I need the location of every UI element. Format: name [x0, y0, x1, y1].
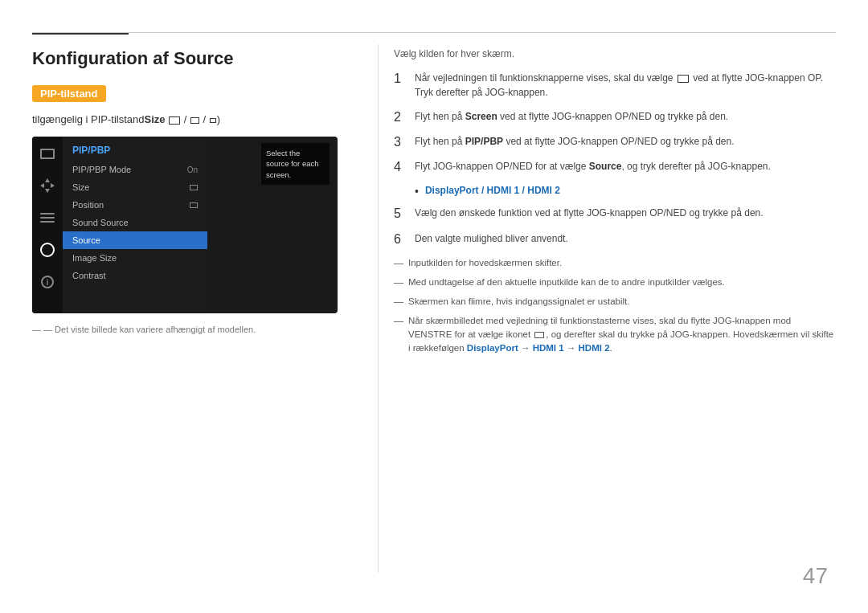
top-divider-line — [32, 32, 836, 33]
caption-dash: ― — [32, 325, 43, 334]
menu-item-contrast: Contrast — [63, 267, 207, 284]
arrows-icon — [40, 178, 55, 193]
step-3-number: 3 — [394, 134, 408, 149]
monitor-illustration: i PIP/PBP PIP/PBP Mode On Size Position — [32, 137, 338, 313]
menu-item-size-value — [190, 183, 198, 192]
menu-item-pipmode-label: PIP/PBP Mode — [72, 165, 131, 174]
sidebar-icon-gear — [39, 241, 56, 259]
arrow-down-icon — [45, 189, 50, 193]
bullet-point: • DisplayPort / HDMI 1 / HDMI 2 — [415, 185, 836, 198]
menu-item-source: Source — [63, 231, 207, 249]
menu-item-soundsource: Sound Source — [63, 214, 207, 231]
step-5: 5 Vælg den ønskede funktion ved at flytt… — [394, 206, 836, 221]
arrow-left-icon — [40, 183, 44, 188]
size-icon-small — [210, 118, 216, 123]
left-column: Konfiguration af Source PIP-tilstand til… — [32, 48, 370, 334]
step-4: 4 Flyt JOG-knappen OP/NED for at vælge S… — [394, 159, 836, 174]
main-menu-panel: PIP/PBP PIP/PBP Mode On Size Position — [63, 137, 207, 313]
small-icon — [534, 332, 544, 338]
right-column: Vælg kilden for hver skærm. 1 Når vejled… — [394, 48, 836, 360]
lines-icon — [40, 213, 55, 223]
step-2: 2 Flyt hen på Screen ved at flytte JOG-k… — [394, 109, 836, 125]
menu-item-position: Position — [63, 196, 207, 214]
page-number: 47 — [803, 563, 828, 589]
menu-item-imagesize: Image Size — [63, 249, 207, 267]
arrow-right-icon — [51, 183, 55, 188]
note-3-dash: ― — [394, 295, 403, 309]
menu-item-contrast-label: Contrast — [72, 271, 106, 280]
sidebar-icon-arrows — [39, 177, 56, 194]
info-panel: Select the source for each screen. — [261, 143, 330, 185]
step-3-text: Flyt hen på PIP/PBP ved at flytte JOG-kn… — [415, 134, 836, 149]
note-4-text: Når skærmbilledet med vejledning til fun… — [408, 314, 836, 356]
monitor-icon — [40, 149, 55, 159]
step-6-number: 6 — [394, 231, 408, 247]
menu-item-position-label: Position — [72, 200, 104, 210]
notes-section: ― Inputkilden for hovedskærmen skifter. … — [394, 256, 836, 356]
menu-sidebar-icons: i — [32, 137, 63, 313]
note-1-dash: ― — [394, 256, 403, 271]
position-value-icon — [190, 202, 198, 208]
menu-item-size-label: Size — [72, 182, 89, 192]
note-1: ― Inputkilden for hovedskærmen skifter. — [394, 256, 836, 271]
subtitle-size: Size — [144, 113, 165, 125]
note-1-text: Inputkilden for hovedskærmen skifter. — [408, 256, 836, 270]
step-1-number: 1 — [394, 71, 408, 86]
menu-item-pipmode: PIP/PBP Mode On — [63, 161, 207, 178]
note-3-text: Skærmen kan flimre, hvis indgangssignale… — [408, 295, 836, 309]
size-value-icon — [190, 185, 198, 190]
menu-item-soundsource-label: Sound Source — [72, 218, 129, 227]
menu-item-size: Size — [63, 178, 207, 196]
step-2-number: 2 — [394, 109, 408, 125]
step-5-text: Vælg den ønskede funktion ved at flytte … — [415, 206, 836, 220]
line2 — [40, 217, 55, 219]
note-3: ― Skærmen kan flimre, hvis indgangssigna… — [394, 295, 836, 309]
info-icon: i — [41, 276, 54, 288]
grid-icon — [678, 75, 689, 83]
size-icon-large — [169, 116, 180, 125]
gear-icon — [40, 243, 55, 257]
step-6-text: Den valgte mulighed bliver anvendt. — [415, 231, 836, 246]
step-3: 3 Flyt hen på PIP/PBP ved at flytte JOG-… — [394, 134, 836, 149]
menu-item-pipmode-value: On — [187, 166, 198, 174]
bullet-text: DisplayPort / HDMI 1 / HDMI 2 — [425, 185, 560, 196]
arrow-up-icon — [45, 178, 50, 182]
step-1: 1 Når vejledningen til funktionsknappern… — [394, 71, 836, 100]
subtitle: tilgængelig i PIP-tilstandSize / / ) — [32, 113, 370, 125]
sidebar-icon-monitor — [39, 145, 56, 162]
note-2-dash: ― — [394, 276, 403, 290]
menu-header-label: PIP/PBP — [63, 141, 207, 161]
note-4-dash: ― — [394, 314, 403, 329]
size-icon-medium — [190, 117, 199, 124]
sidebar-icon-info: i — [39, 273, 56, 291]
sidebar-icon-lines — [39, 209, 56, 227]
step-4-number: 4 — [394, 159, 408, 174]
step-5-number: 5 — [394, 206, 408, 221]
menu-item-position-value — [190, 201, 198, 210]
line1 — [40, 213, 55, 215]
pip-badge: PIP-tilstand — [32, 85, 106, 102]
step-6: 6 Den valgte mulighed bliver anvendt. — [394, 231, 836, 247]
step-4-text: Flyt JOG-knappen OP/NED for at vælge Sou… — [415, 159, 836, 174]
intro-text: Vælg kilden for hver skærm. — [394, 48, 836, 59]
caption-note: ― ― Det viste billede kan variere afhæng… — [32, 325, 370, 334]
note-2: ― Med undtagelse af den aktuelle inputki… — [394, 276, 836, 290]
menu-item-imagesize-label: Image Size — [72, 253, 117, 263]
subtitle-prefix: tilgængelig i PIP-tilstand — [32, 113, 144, 125]
line3 — [40, 221, 55, 223]
step-1-text: Når vejledningen til funktionsknapperne … — [415, 71, 836, 100]
note-4: ― Når skærmbilledet med vejledning til f… — [394, 314, 836, 356]
caption-text: ― Det viste billede kan variere afhængig… — [43, 325, 256, 334]
bullet-dot: • — [415, 185, 419, 198]
menu-item-source-label: Source — [72, 235, 100, 245]
step-2-text: Flyt hen på Screen ved at flytte JOG-kna… — [415, 109, 836, 124]
page-title: Konfiguration af Source — [32, 48, 370, 69]
info-panel-text: Select the source for each screen. — [266, 148, 325, 180]
column-divider — [378, 44, 379, 573]
note-2-text: Med undtagelse af den aktuelle inputkild… — [408, 276, 836, 289]
